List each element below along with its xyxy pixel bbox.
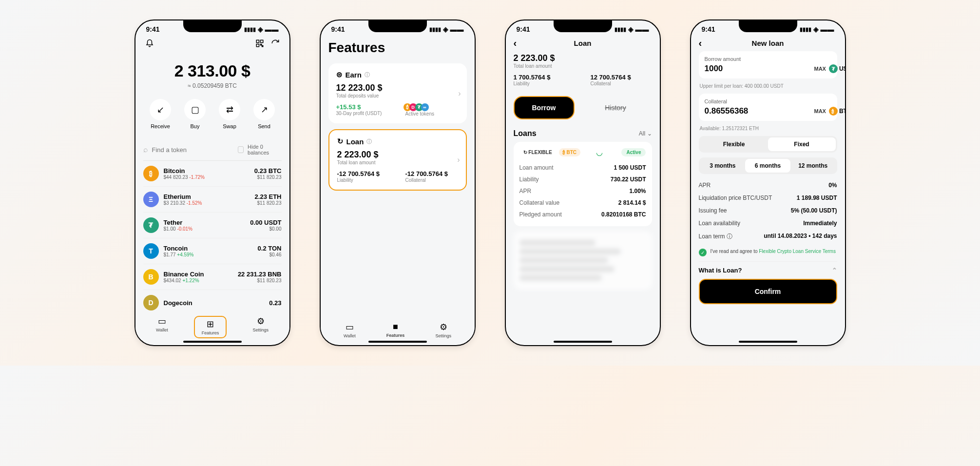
confirm-button[interactable]: Confirm bbox=[699, 279, 837, 304]
svg-rect-3 bbox=[260, 44, 261, 45]
token-amount: 0.23 bbox=[269, 299, 281, 307]
borrow-currency[interactable]: ₮USDT bbox=[829, 64, 845, 73]
status-bar: 9:41 ▮▮▮▮◈▬▬ bbox=[506, 20, 660, 35]
search-input[interactable] bbox=[152, 146, 234, 154]
token-icon: T bbox=[143, 243, 159, 259]
earn-value: 12 223.00 $ bbox=[336, 83, 459, 93]
token-amount: 0.00 USDT bbox=[250, 219, 281, 226]
blurred-loan-item bbox=[514, 231, 652, 290]
home-indicator bbox=[739, 341, 797, 343]
what-is-loan[interactable]: What is Loan? ⌃ bbox=[699, 261, 837, 279]
token-row[interactable]: T Toncoin $1.77 +4.59% 0.2 TON $0.46 bbox=[143, 238, 282, 264]
summary-list: APR0%Liquidation price BTC/USDT1 189.98 … bbox=[699, 179, 837, 244]
time: 9:41 bbox=[517, 25, 530, 33]
flexible-toggle[interactable]: Flexible bbox=[700, 137, 768, 151]
loan-item[interactable]: ↻ FLEXIBLE ₿ BTC ◡ Active Loan amount1 5… bbox=[514, 142, 652, 226]
nav-settings[interactable]: ⚙Settings bbox=[252, 316, 269, 338]
phone-features: 9:41 ▮▮▮▮◈▬▬ Features ⊜Earnⓘ 12 223.00 $… bbox=[320, 19, 476, 346]
home-indicator bbox=[368, 341, 427, 343]
detail-row: Collateral value2 814.14 $ bbox=[519, 197, 646, 209]
borrow-button[interactable]: Borrow bbox=[514, 96, 575, 119]
chevron-right-icon: › bbox=[457, 155, 460, 164]
receive-icon: ↙ bbox=[157, 104, 164, 115]
total-loan: 2 223.00 $ bbox=[514, 53, 652, 63]
earn-icon: ⊜ bbox=[336, 70, 343, 79]
term-6m[interactable]: 6 months bbox=[745, 159, 790, 173]
bell-icon[interactable] bbox=[145, 39, 154, 50]
term-3m[interactable]: 3 months bbox=[700, 159, 746, 173]
qr-icon[interactable] bbox=[255, 39, 264, 50]
buy-icon: ▢ bbox=[191, 104, 199, 115]
status-icons: ▮▮▮▮ ◈ ▬▬ bbox=[244, 25, 279, 33]
token-row[interactable]: B Binance Coin $434.02 +1.22% 22 231.23 … bbox=[143, 264, 282, 290]
token-cluster: ₿D₮∞ bbox=[405, 103, 459, 111]
token-name: Etherium bbox=[164, 193, 250, 200]
features-icon: ⊞ bbox=[207, 319, 214, 330]
summary-row: Loan availabilityImmediately bbox=[699, 217, 837, 230]
agree-row[interactable]: ✓ I've read and agree to Flexible Crypto… bbox=[699, 244, 837, 261]
back-button[interactable]: ‹ bbox=[699, 38, 702, 49]
swap-icon: ⇄ bbox=[226, 104, 233, 115]
collateral-input-group: Collateral MAX ₿BTC ⌄ bbox=[699, 94, 837, 121]
summary-row: Issuing fee5% (50.00 USDT) bbox=[699, 204, 837, 217]
term-toggle: 3 months 6 months 12 months bbox=[699, 157, 837, 174]
page-title: New loan bbox=[699, 39, 837, 47]
time: 9:41 bbox=[146, 25, 160, 33]
loan-card[interactable]: ↻Loanⓘ 2 223.00 $ Total loan amount -12 … bbox=[328, 129, 467, 191]
send-icon: ↗ bbox=[261, 104, 268, 115]
buy-button[interactable]: ▢Buy bbox=[184, 99, 206, 129]
token-sub: $1.00 -0.01% bbox=[164, 226, 246, 232]
bottom-nav: ▭Wallet ■Features ⚙Settings bbox=[321, 317, 475, 340]
borrow-input-group: Borrow amount MAX ₮USDT bbox=[699, 51, 837, 78]
page-header: ‹ New loan bbox=[699, 35, 837, 51]
nav-wallet[interactable]: ▭Wallet bbox=[344, 322, 356, 338]
nav-features[interactable]: ■Features bbox=[386, 322, 405, 338]
token-row[interactable]: Ξ Etherium $3 210.32 -1.52% 2.23 ETH $11… bbox=[143, 187, 282, 213]
collateral-input[interactable] bbox=[705, 106, 811, 116]
detail-row: APR1.00% bbox=[519, 185, 646, 197]
max-button[interactable]: MAX bbox=[814, 66, 826, 72]
info-icon: ⓘ bbox=[366, 138, 372, 145]
back-button[interactable]: ‹ bbox=[514, 38, 517, 49]
nav-wallet[interactable]: ▭Wallet bbox=[156, 316, 168, 338]
loan-collateral: -12 700.5764 $ bbox=[405, 170, 458, 177]
summary-row: APR0% bbox=[699, 179, 837, 192]
btc-tag: ₿ BTC bbox=[559, 148, 580, 156]
collateral-hint: Available: 1.25172321 ETH bbox=[699, 126, 837, 136]
receive-button[interactable]: ↙Receive bbox=[150, 99, 171, 129]
page-title: Loan bbox=[514, 39, 652, 47]
info-icon: ⓘ bbox=[365, 71, 370, 78]
filter-dropdown[interactable]: All ⌄ bbox=[639, 130, 652, 137]
token-sub: $434.02 +1.22% bbox=[164, 278, 233, 283]
hide-checkbox[interactable] bbox=[238, 146, 244, 153]
svg-rect-4 bbox=[262, 46, 263, 47]
term-12m[interactable]: 12 months bbox=[790, 159, 836, 173]
fixed-toggle[interactable]: Fixed bbox=[768, 137, 836, 151]
loan-sub: Total loan amount bbox=[337, 160, 458, 165]
terms-link[interactable]: Flexible Crypto Loan Service Terms bbox=[759, 249, 836, 254]
send-button[interactable]: ↗Send bbox=[253, 99, 275, 129]
borrow-input[interactable] bbox=[705, 64, 811, 74]
token-name: Dogecoin bbox=[164, 299, 265, 307]
type-toggle: Flexible Fixed bbox=[699, 136, 837, 153]
nav-settings[interactable]: ⚙Settings bbox=[435, 322, 451, 338]
search-icon: ⌕ bbox=[143, 145, 148, 154]
swap-button[interactable]: ⇄Swap bbox=[219, 99, 240, 129]
token-icon: D bbox=[143, 295, 159, 311]
collateral-currency[interactable]: ₿BTC ⌄ bbox=[829, 107, 845, 116]
detail-row: Loan amount1 500 USDT bbox=[519, 162, 646, 174]
balance-block: 2 313.00 $ ≈ 0.05209459 BTC bbox=[143, 61, 282, 89]
refresh-icon[interactable] bbox=[271, 39, 280, 50]
token-row[interactable]: ₿ Bitcoin $44 820.23 -1.72% 0.23 BTC $11… bbox=[143, 161, 282, 187]
max-button[interactable]: MAX bbox=[814, 108, 826, 114]
earn-card[interactable]: ⊜Earnⓘ 12 223.00 $ Total deposits value … bbox=[328, 63, 467, 123]
history-link[interactable]: History bbox=[579, 104, 652, 112]
signal-icon: ▮▮▮▮ bbox=[244, 26, 256, 33]
gauge-icon: ◡ bbox=[596, 148, 603, 157]
nav-features[interactable]: ⊞Features bbox=[194, 316, 227, 338]
token-row[interactable]: ₮ Tether $1.00 -0.01% 0.00 USDT $0.00 bbox=[143, 213, 282, 238]
detail-row: Pledged amount0.82010168 BTC bbox=[519, 209, 646, 220]
token-usd: $0.46 bbox=[258, 252, 282, 257]
home-indicator bbox=[183, 341, 242, 343]
search-row: ⌕ Hide 0 balances bbox=[143, 139, 282, 161]
